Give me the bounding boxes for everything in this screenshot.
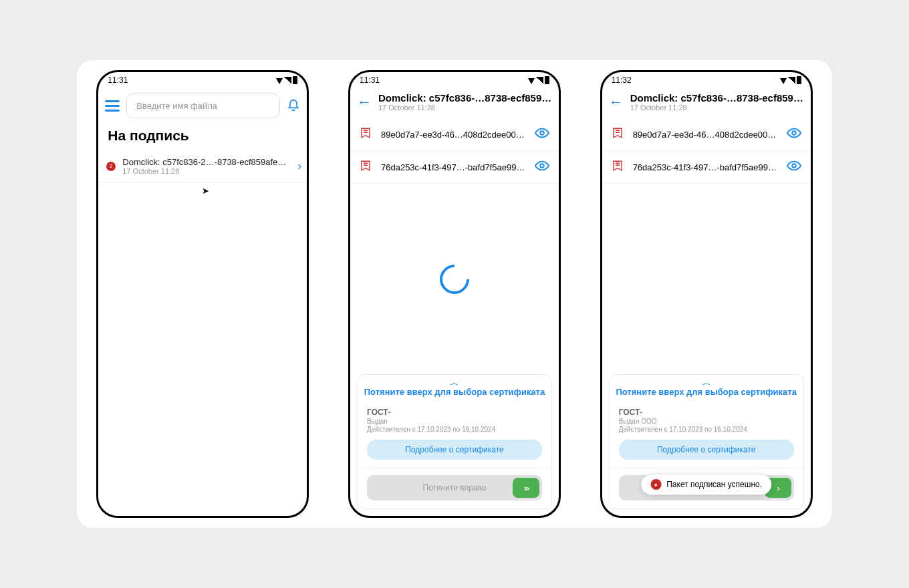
svg-point-1 xyxy=(540,164,544,168)
header-title: Domclick: c57fc836-…8738-ecf859afed12 xyxy=(630,92,804,104)
status-bar: 11:32 xyxy=(602,72,811,88)
status-icons xyxy=(528,76,549,84)
certificate-sheet[interactable]: ︿ Потяните вверх для выбора сертификата … xyxy=(609,374,804,509)
status-icons xyxy=(780,76,801,84)
eye-icon[interactable] xyxy=(535,160,549,174)
header-title: Domclick: c57fc836-…8738-ecf859afed12 xyxy=(378,92,552,104)
toast-icon: ● xyxy=(650,479,661,490)
certificate-sheet[interactable]: ︿ Потяните вверх для выбора сертификата … xyxy=(357,374,552,509)
clock: 11:32 xyxy=(612,76,632,85)
slide-handle[interactable]: ››› xyxy=(513,478,539,498)
file-row[interactable]: 89e0d7a7-ee3d-46…408d2cdee00.pdf xyxy=(350,118,559,151)
back-icon[interactable]: ← xyxy=(609,92,624,111)
eye-icon[interactable] xyxy=(787,128,801,141)
cert-name: ГОСТ- xyxy=(619,408,794,417)
document-icon xyxy=(360,159,372,175)
file-row[interactable]: 89e0d7a7-ee3d-46…408d2cdee00.pdf xyxy=(602,118,811,151)
file-name: 76da253c-41f3-497…-bafd7f5ae99f.pdf xyxy=(381,162,525,172)
sheet-title: Потяните вверх для выбора сертификата xyxy=(610,387,803,397)
file-name: 89e0d7a7-ee3d-46…408d2cdee00.pdf xyxy=(633,130,777,140)
cert-validity: Действителен с 17.10.2023 по 16.10.2024 xyxy=(367,426,542,433)
signing-item[interactable]: 2 Domclick: c57fc836-2…-8738-ecf859afed1… xyxy=(98,150,307,182)
document-icon xyxy=(612,159,624,175)
count-badge: 2 xyxy=(106,162,116,171)
svg-point-3 xyxy=(792,164,796,168)
file-name: 76da253c-41f3-497…-bafd7f5ae99f.pdf xyxy=(633,162,777,172)
back-icon[interactable]: ← xyxy=(357,92,372,111)
item-title: Domclick: c57fc836-2…-8738-ecf859afed12 xyxy=(122,157,291,167)
cert-issued: Выдан xyxy=(367,418,542,425)
slide-label: Потяните вправо xyxy=(423,483,487,492)
eye-icon[interactable] xyxy=(787,160,801,174)
cert-issued: Выдан ООО xyxy=(619,418,794,425)
svg-point-0 xyxy=(540,131,544,135)
clock: 11:31 xyxy=(108,76,128,85)
header-timestamp: 17 October 11:28 xyxy=(630,104,804,112)
status-bar: 11:31 xyxy=(98,72,307,88)
cert-validity: Действителен с 17.10.2023 по 16.10.2024 xyxy=(619,426,794,433)
more-button[interactable]: Подробнее о сертификате xyxy=(367,440,542,460)
search-input[interactable]: Введите имя файла xyxy=(126,94,280,118)
chevron-right-icon: › xyxy=(297,159,301,173)
spinner-icon xyxy=(434,258,475,299)
bell-icon[interactable] xyxy=(287,99,300,114)
status-icons xyxy=(276,76,297,84)
loading-area xyxy=(350,184,559,374)
svg-point-2 xyxy=(792,131,796,135)
document-icon xyxy=(360,126,372,142)
certificate-info: ГОСТ- Выдан Действителен с 17.10.2023 по… xyxy=(358,401,551,468)
more-button[interactable]: Подробнее о сертификате xyxy=(619,440,794,460)
sheet-title: Потяните вверх для выбора сертификата xyxy=(358,387,551,397)
file-name: 89e0d7a7-ee3d-46…408d2cdee00.pdf xyxy=(381,130,525,140)
screen-3: 11:32 ← Domclick: c57fc836-…8738-ecf859a… xyxy=(600,70,813,518)
screen-2: 11:31 ← Domclick: c57fc836-…8738-ecf859a… xyxy=(348,70,561,518)
screen-1: 11:31 Введите имя файла На подпись 2 Dom… xyxy=(96,70,309,518)
cursor-icon: ➤ xyxy=(202,186,209,196)
page-title: На подпись xyxy=(98,124,307,150)
success-toast: ● Пакет подписан успешно. xyxy=(640,474,772,495)
chevron-up-icon[interactable]: ︿ xyxy=(358,378,551,387)
header-timestamp: 17 October 11:28 xyxy=(378,104,552,112)
chevron-up-icon[interactable]: ︿ xyxy=(610,378,803,387)
file-row[interactable]: 76da253c-41f3-497…-bafd7f5ae99f.pdf xyxy=(350,151,559,184)
sign-slider[interactable]: Потяните вправо ››› xyxy=(367,475,542,500)
document-icon xyxy=(612,126,624,142)
clock: 11:31 xyxy=(360,76,380,85)
file-row[interactable]: 76da253c-41f3-497…-bafd7f5ae99f.pdf xyxy=(602,151,811,184)
certificate-info: ГОСТ- Выдан ООО Действителен с 17.10.202… xyxy=(610,401,803,468)
cert-name: ГОСТ- xyxy=(367,408,542,417)
eye-icon[interactable] xyxy=(535,128,549,141)
menu-icon[interactable] xyxy=(105,100,120,112)
item-timestamp: 17 October 11:28 xyxy=(122,167,291,175)
toast-text: Пакет подписан успешно. xyxy=(666,480,762,489)
status-bar: 11:31 xyxy=(350,72,559,88)
